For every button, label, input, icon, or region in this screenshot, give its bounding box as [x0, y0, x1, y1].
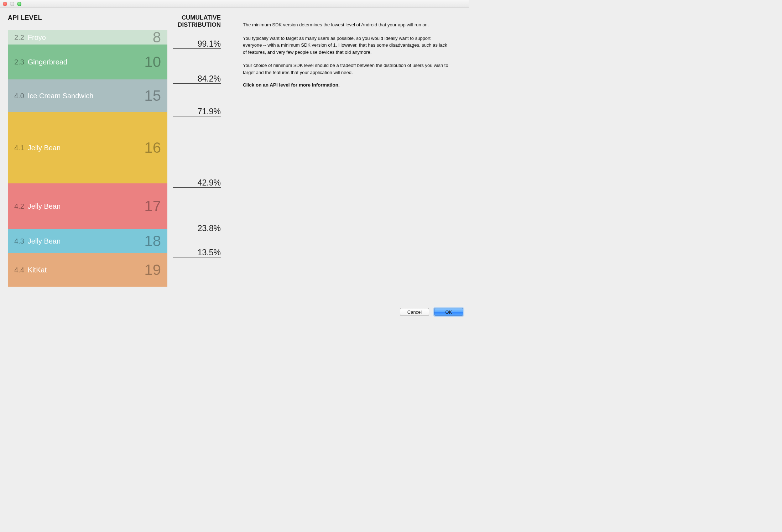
info-panel: The minimum SDK version determines the l… — [243, 14, 449, 287]
api-version-label: 2.3 — [14, 58, 24, 66]
api-number-label: 10 — [144, 53, 161, 71]
info-cta: Click on an API level for more informati… — [243, 82, 449, 88]
ok-button[interactable]: OK — [434, 308, 463, 316]
cancel-button[interactable]: Cancel — [400, 308, 429, 316]
distribution-cell: 13.5% — [167, 229, 221, 253]
distribution-cell: 42.9% — [167, 112, 221, 183]
api-level-bar-15[interactable]: 4.0Ice Cream Sandwich15 — [8, 79, 167, 112]
api-version-label: 4.0 — [14, 92, 24, 100]
info-paragraph-3: Your choice of minimum SDK level should … — [243, 62, 449, 76]
api-level-header: API LEVEL — [8, 14, 167, 28]
dialog-content: API LEVEL CUMULATIVE DISTRIBUTION 2.2Fro… — [0, 8, 469, 287]
distribution-cell: 99.1% — [167, 30, 221, 45]
api-version-label: 4.3 — [14, 237, 24, 245]
api-number-label: 15 — [144, 87, 161, 104]
api-level-bar-19[interactable]: 4.4KitKat19 — [8, 253, 167, 287]
api-level-bar-10[interactable]: 2.3Gingerbread10 — [8, 45, 167, 79]
api-row-19: 4.4KitKat19 — [8, 253, 221, 287]
dialog-footer: Cancel OK — [400, 308, 463, 316]
api-number-label: 18 — [144, 233, 161, 250]
api-name-label: KitKat — [28, 266, 144, 274]
info-paragraph-1: The minimum SDK version determines the l… — [243, 21, 449, 28]
api-level-bar-18[interactable]: 4.3Jelly Bean18 — [8, 229, 167, 253]
distribution-cell: 71.9% — [167, 79, 221, 112]
window-minimize-button[interactable] — [10, 2, 14, 6]
api-version-label: 2.2 — [14, 33, 24, 42]
window-maximize-button[interactable] — [17, 2, 21, 6]
info-text: The minimum SDK version determines the l… — [243, 21, 449, 88]
window-close-button[interactable] — [3, 2, 7, 6]
api-name-label: Jelly Bean — [28, 144, 144, 152]
api-version-label: 4.4 — [14, 266, 24, 274]
api-name-label: Jelly Bean — [28, 202, 144, 210]
api-distribution-panel: API LEVEL CUMULATIVE DISTRIBUTION 2.2Fro… — [8, 14, 221, 287]
api-level-bar-16[interactable]: 4.1Jelly Bean16 — [8, 112, 167, 183]
api-number-label: 17 — [144, 198, 161, 215]
api-name-label: Jelly Bean — [28, 237, 144, 245]
api-row-16: 4.1Jelly Bean1642.9% — [8, 112, 221, 183]
api-row-10: 2.3Gingerbread1084.2% — [8, 45, 221, 79]
api-name-label: Gingerbread — [28, 58, 144, 66]
cumulative-distribution-header: CUMULATIVE DISTRIBUTION — [167, 14, 221, 28]
api-level-bar-8[interactable]: 2.2Froyo8 — [8, 30, 167, 45]
api-row-17: 4.2Jelly Bean1723.8% — [8, 183, 221, 229]
api-row-15: 4.0Ice Cream Sandwich1571.9% — [8, 79, 221, 112]
distribution-cell: 23.8% — [167, 183, 221, 229]
api-level-bar-17[interactable]: 4.2Jelly Bean17 — [8, 183, 167, 229]
api-level-chart: 2.2Froyo899.1%2.3Gingerbread1084.2%4.0Ic… — [8, 30, 221, 287]
distribution-cell: 84.2% — [167, 45, 221, 79]
api-version-label: 4.1 — [14, 144, 24, 152]
api-number-label: 16 — [144, 139, 161, 156]
api-number-label: 19 — [144, 261, 161, 278]
api-number-label: 8 — [153, 29, 161, 46]
api-row-8: 2.2Froyo899.1% — [8, 30, 221, 45]
column-headers: API LEVEL CUMULATIVE DISTRIBUTION — [8, 14, 221, 28]
api-name-label: Ice Cream Sandwich — [28, 92, 144, 100]
info-paragraph-2: You typically want to target as many use… — [243, 35, 449, 56]
api-row-18: 4.3Jelly Bean1813.5% — [8, 229, 221, 253]
window-titlebar — [0, 0, 469, 8]
api-name-label: Froyo — [28, 33, 153, 42]
api-version-label: 4.2 — [14, 202, 24, 210]
distribution-cell — [167, 253, 221, 287]
